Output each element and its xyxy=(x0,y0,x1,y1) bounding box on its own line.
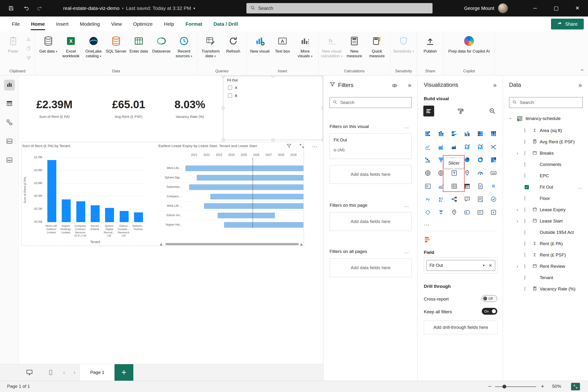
text-slicer-icon[interactable] xyxy=(476,208,484,216)
line-chart-icon[interactable] xyxy=(424,143,432,151)
field-outside-1954-act[interactable]: Outside 1954 Act xyxy=(503,227,588,238)
rail-table-view[interactable] xyxy=(4,98,15,109)
collapse-pane-icon[interactable]: » xyxy=(408,82,411,89)
kpi-card-avg-rent[interactable]: £65.01 Avg Rent (£ PSF) xyxy=(98,98,159,118)
redo-icon[interactable] xyxy=(35,4,43,12)
bar-vacant-fitted[interactable] xyxy=(91,205,100,222)
field-floor[interactable]: Floor xyxy=(503,193,588,204)
document-title[interactable]: real-estate-data-viz-demo • Last saved: … xyxy=(63,0,195,16)
build-visual-tab[interactable] xyxy=(423,106,434,116)
desktop-layout-icon[interactable] xyxy=(23,364,35,381)
field-checkbox[interactable] xyxy=(525,264,525,268)
menu-tab-optimize[interactable]: Optimize xyxy=(127,16,158,32)
add-page-button[interactable]: + xyxy=(114,364,133,381)
menu-tab-view[interactable]: View xyxy=(106,16,127,32)
line-and-stacked-column-chart-icon[interactable] xyxy=(463,143,471,151)
custom-visual-icon[interactable] xyxy=(490,208,498,216)
arcgis-map-icon[interactable] xyxy=(450,208,458,216)
gantt-bar-sphere-digi[interactable] xyxy=(197,175,303,180)
power-automate-visual-icon[interactable] xyxy=(437,208,445,216)
gantt-bar-edison-inv[interactable] xyxy=(218,212,275,218)
gantt-bar-switzerlan[interactable] xyxy=(189,184,303,190)
user-avatar[interactable] xyxy=(498,3,508,13)
clustered-column-chart-icon[interactable] xyxy=(463,130,471,138)
card-icon[interactable]: 123 xyxy=(490,169,498,177)
kpi-card-sum-of-rent[interactable]: £2.39M Sum of Rent (£ PA) xyxy=(24,98,85,118)
bar-switzerl-tourism[interactable] xyxy=(134,212,143,222)
share-button[interactable]: Share xyxy=(551,18,584,30)
onelake-catalog-button[interactable]: OneLake catalog ▾ xyxy=(82,32,105,68)
area-chart-icon[interactable] xyxy=(437,143,445,151)
close-button[interactable]: ✕ xyxy=(567,0,588,16)
keep-all-filters-toggle[interactable]: On xyxy=(482,308,497,315)
checkbox-icon[interactable] xyxy=(228,86,232,90)
donut-chart-icon[interactable] xyxy=(476,156,484,164)
add-data-fields-dropzone[interactable]: Add data fields here xyxy=(329,258,412,277)
filter-icon[interactable] xyxy=(287,143,292,150)
waterfall-chart-icon[interactable] xyxy=(424,156,432,164)
metrics-icon[interactable] xyxy=(490,195,498,203)
page-tab-page-1[interactable]: Page 1 xyxy=(80,364,115,381)
field-lease-expiry[interactable]: › Lease Expiry xyxy=(503,204,588,215)
filters-search-input[interactable]: Search xyxy=(329,97,412,108)
enter-data-button[interactable]: Enter data xyxy=(127,32,150,68)
new-slicer-visual-icon[interactable] xyxy=(424,236,431,244)
add-data-fields-dropzone[interactable]: Add data fields here xyxy=(329,212,412,231)
expand-chevron-icon[interactable]: › xyxy=(517,207,518,212)
field-checkbox[interactable] xyxy=(525,196,525,200)
text-box-button[interactable]: A Text box xyxy=(271,32,294,68)
multi-row-card-icon[interactable] xyxy=(424,182,432,190)
field-checkbox[interactable] xyxy=(525,275,525,280)
add-data-fields-dropzone[interactable]: Add data fields here xyxy=(329,165,412,184)
gauge-icon[interactable] xyxy=(476,169,484,177)
collapse-pane-icon[interactable]: » xyxy=(493,82,497,89)
excel-workbook-button[interactable]: X Excel workbook xyxy=(60,32,82,68)
menu-tab-file[interactable]: File xyxy=(6,16,25,32)
menu-tab-format[interactable]: Format xyxy=(180,16,208,32)
treemap-icon[interactable] xyxy=(490,156,498,164)
more-options-icon[interactable]: … xyxy=(404,124,409,130)
field-rent-review[interactable]: › Rent Review xyxy=(503,261,588,272)
zoom-slider[interactable] xyxy=(495,386,536,387)
field-checkbox[interactable] xyxy=(525,128,525,133)
minimize-button[interactable]: ─ xyxy=(524,0,546,16)
global-search-input[interactable]: Search xyxy=(246,3,433,14)
field-epc[interactable]: EPC xyxy=(503,171,588,181)
field-more-options-icon[interactable]: … xyxy=(578,185,583,190)
gantt-bar-work-life[interactable] xyxy=(204,203,303,209)
eye-icon[interactable] xyxy=(391,82,398,90)
previous-page-icon[interactable]: ‹ xyxy=(59,364,69,381)
qa-visual-icon[interactable]: ? xyxy=(463,195,471,203)
focus-mode-icon[interactable] xyxy=(299,143,304,150)
filter-card-fit-out[interactable]: Fit Out is (All) xyxy=(329,134,412,159)
bar-vegner-holdings-limited[interactable] xyxy=(62,200,71,222)
field-checkbox[interactable] xyxy=(525,162,525,167)
get-data-button[interactable]: Get data ▾ xyxy=(37,32,60,68)
maximize-button[interactable]: ▢ xyxy=(546,0,567,16)
field-fit-out[interactable]: ✓ Fit Out … xyxy=(503,182,588,192)
expand-chevron-icon[interactable]: › xyxy=(517,218,518,224)
paginated-report-icon[interactable] xyxy=(476,182,484,190)
field-checkbox[interactable] xyxy=(525,174,525,178)
field-vacancy-rate[interactable]: Vacancy Rate (%) xyxy=(503,284,588,294)
report-canvas[interactable]: £2.39M Sum of Rent (£ PA) £65.01 Avg Ren… xyxy=(19,76,323,364)
bar-compass-contract-services-u-k-ltd[interactable] xyxy=(76,201,85,222)
new-visual-button[interactable]: New visual xyxy=(249,32,271,68)
expand-chevron-icon[interactable]: › xyxy=(517,264,518,269)
clustered-bar-chart-icon[interactable] xyxy=(450,130,458,138)
field-checkbox[interactable] xyxy=(525,230,525,234)
sql-server-button[interactable]: SQL Server xyxy=(105,32,127,68)
gantt-chart-visual[interactable]: Earliest Lease Expiry by Lease Start, Te… xyxy=(158,143,304,244)
button-slicer-icon[interactable] xyxy=(463,208,471,216)
title-dropdown-icon[interactable]: ▾ xyxy=(193,6,195,10)
rail-model-view[interactable] xyxy=(4,118,15,128)
field-rent-psf[interactable]: Σ Rent (£ PSF) xyxy=(503,250,588,260)
recent-sources-button[interactable]: Recent sources ▾ xyxy=(173,32,195,68)
zoom-out-icon[interactable]: − xyxy=(488,383,491,390)
publish-button[interactable]: Publish xyxy=(419,32,441,68)
new-measure-button[interactable]: New measure xyxy=(343,32,366,68)
stacked-column-chart-icon[interactable] xyxy=(437,130,445,138)
field-checkbox[interactable] xyxy=(525,140,525,144)
expand-chevron-icon[interactable]: › xyxy=(517,150,518,156)
more-options-icon[interactable]: … xyxy=(404,203,409,208)
